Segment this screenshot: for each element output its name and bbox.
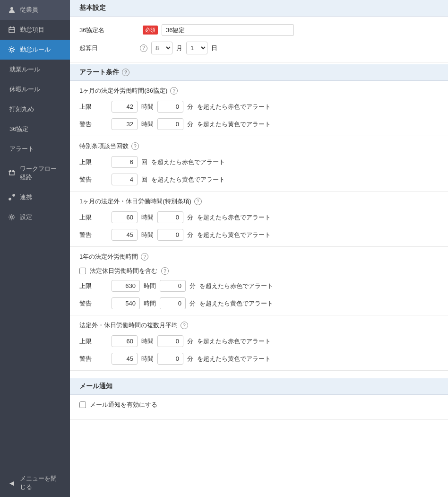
month-unit: 月 [176,44,182,52]
sidebar-item-attendance-rule[interactable]: 勤怠ルール [0,40,70,60]
special-count-warning-text: を超えたら黄色でアラート [151,175,225,184]
sidebar-item-settings[interactable]: 設定 [0,207,70,227]
monthly-legal-upper-label: 上限 [79,103,108,111]
sidebar-item-36[interactable]: 36協定 [0,119,70,139]
hours-unit-2: 時間 [141,120,154,129]
multi-month-title: 法定外・休日労働時間の複数月平均 ? [79,321,439,330]
required-badge: 必須 [143,26,158,35]
alert-conditions-help-icon[interactable]: ? [122,69,129,76]
special-count-warning-value[interactable] [112,174,138,185]
monthly-special-help-icon[interactable]: ? [194,198,202,205]
sidebar-item-attendance[interactable]: 勤怠項目 [0,20,70,40]
email-notification-section: メール通知を有効にする [70,395,448,420]
sidebar-item-work-label: 就業ルール [9,65,62,74]
include-holiday-checkbox[interactable] [79,268,86,274]
include-holiday-label: 法定休日労働時間を含む [90,267,157,275]
monthly-special-upper-minutes[interactable] [157,211,183,223]
multi-month-warning-hours[interactable] [112,353,138,365]
calc-date-day-select[interactable]: 1234 5678 910 [186,42,207,54]
day-unit: 日 [211,44,217,52]
email-notification-title: メール通知 [79,382,112,390]
yearly-legal-warning-row: 警告 時間 分 を超えたら黄色でアラート [79,297,439,309]
rule-icon [8,45,16,54]
close-menu-icon: ◀ [8,479,16,487]
employee-icon [8,6,16,14]
count-unit-2: 回 [141,175,147,184]
email-enable-checkbox[interactable] [79,401,86,408]
svg-point-0 [10,7,13,10]
monthly-legal-warning-minutes[interactable] [157,118,183,130]
minutes-unit-8: 分 [187,355,193,363]
monthly-special-upper-hours[interactable] [112,211,138,223]
multi-month-section: 法定外・休日労働時間の複数月平均 ? 上限 時間 分 を超えたら赤色でアラート … [70,315,448,371]
email-enable-row: メール通知を有効にする [79,401,439,409]
monthly-legal-warning-label: 警告 [79,120,108,129]
monthly-special-upper-row: 上限 時間 分 を超えたら赤色でアラート [79,211,439,223]
multi-month-help-icon[interactable]: ? [181,322,188,329]
minutes-unit-4: 分 [187,231,193,239]
yearly-legal-title: 1年の法定外労働時間 ? [79,253,439,261]
monthly-legal-warning-hours[interactable] [112,118,138,130]
sidebar-item-workflow[interactable]: ワークフロー経路 [0,159,70,187]
monthly-legal-warning-text: を超えたら黄色でアラート [197,120,271,129]
sidebar-item-alert-label: アラート [9,145,62,153]
monthly-legal-help-icon[interactable]: ? [170,87,178,95]
multi-month-upper-text: を超えたら赤色でアラート [197,337,271,346]
calc-date-help-icon[interactable]: ? [140,44,147,52]
yearly-legal-upper-hours[interactable] [112,280,140,292]
monthly-special-title: 1ヶ月の法定外・休日労働時間(特別条項) ? [79,197,439,206]
special-count-title: 特別条項該当回数 ? [79,142,439,150]
count-unit-1: 回 [141,158,147,166]
minutes-unit-6: 分 [190,299,196,308]
multi-month-warning-minutes[interactable] [157,353,183,365]
monthly-legal-upper-text: を超えたら赤色でアラート [197,103,271,111]
monthly-legal-upper-hours[interactable] [112,101,138,113]
monthly-special-warning-hours[interactable] [112,229,138,241]
calc-date-month-select[interactable]: 1234 5678 9101112 [151,42,172,54]
sidebar-item-rounding-label: 打刻丸め [9,105,62,113]
sidebar-item-employee[interactable]: 従業員 [0,0,70,20]
sidebar-item-close-menu[interactable]: ◀ メニューを閉じる [0,469,70,497]
multi-month-upper-minutes[interactable] [157,335,183,347]
yearly-legal-upper-text: を超えたら赤色でアラート [199,282,273,290]
svg-point-7 [13,171,14,172]
name-label: 36協定名 [79,26,136,35]
minutes-unit-7: 分 [187,337,193,346]
sidebar-item-workflow-label: ワークフロー経路 [20,165,62,182]
hours-unit-4: 時間 [141,231,154,239]
sidebar-item-employee-label: 従業員 [20,6,62,14]
email-enable-label: メール通知を有効にする [90,401,157,409]
sidebar-item-attendance-label: 勤怠項目 [20,26,62,34]
special-count-help-icon[interactable]: ? [131,142,139,150]
monthly-special-warning-text: を超えたら黄色でアラート [197,231,271,239]
monthly-special-warning-minutes[interactable] [157,229,183,241]
include-holiday-help-icon[interactable]: ? [161,267,169,275]
hours-unit-8: 時間 [141,355,154,363]
multi-month-upper-hours[interactable] [112,335,138,347]
sidebar-item-holiday-rule[interactable]: 休暇ルール [0,79,70,99]
multi-month-warning-text: を超えたら黄色でアラート [197,355,271,363]
sidebar-item-rounding[interactable]: 打刻丸め [0,99,70,119]
monthly-special-warning-row: 警告 時間 分 を超えたら黄色でアラート [79,229,439,241]
sidebar-item-work-rule[interactable]: 就業ルール [0,60,70,79]
sidebar-item-alert[interactable]: アラート [0,139,70,159]
special-count-warning-label: 警告 [79,175,108,184]
special-count-upper-value[interactable] [112,156,138,168]
monthly-legal-upper-minutes[interactable] [157,101,183,113]
svg-rect-1 [9,27,15,33]
sidebar: 従業員 勤怠項目 勤怠ルール 就業ルール 休暇ルール 打刻丸め 36協定 アラー… [0,0,70,497]
main-content: 基本設定 36協定名 必須 起算日 ? 1234 5678 9101112 月 … [70,0,448,497]
yearly-legal-upper-row: 上限 時間 分 を超えたら赤色でアラート [79,280,439,292]
multi-month-warning-row: 警告 時間 分 を超えたら黄色でアラート [79,353,439,365]
yearly-legal-upper-minutes[interactable] [160,280,186,292]
sidebar-item-connect[interactable]: 連携 [0,187,70,207]
alert-conditions-title: アラート条件 [79,68,119,77]
monthly-legal-title: 1ヶ月の法定外労働時間(36協定) ? [79,87,439,95]
workflow-icon [8,169,16,177]
yearly-legal-help-icon[interactable]: ? [141,253,148,261]
yearly-legal-warning-hours[interactable] [112,297,140,309]
sidebar-item-settings-label: 設定 [20,213,62,221]
name-input[interactable] [162,24,294,36]
sidebar-item-close-label: メニューを閉じる [20,474,62,491]
yearly-legal-warning-minutes[interactable] [160,297,186,309]
